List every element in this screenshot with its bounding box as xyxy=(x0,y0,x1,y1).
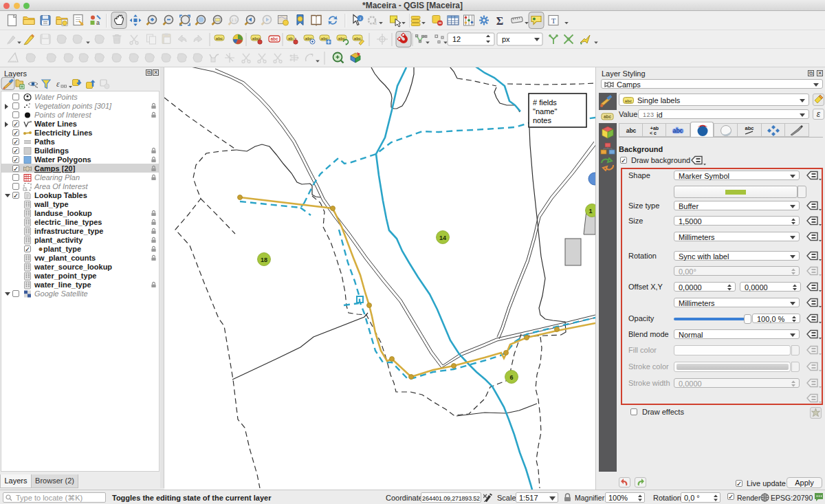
svg-text:notes: notes xyxy=(533,116,551,124)
svg-text:abc: abc xyxy=(270,36,278,41)
svg-text:a: a xyxy=(96,19,100,26)
svg-text:abc: abc xyxy=(354,36,362,41)
svg-text:1:1: 1:1 xyxy=(231,18,237,22)
svg-text:T: T xyxy=(551,17,556,25)
svg-text:i: i xyxy=(360,16,361,21)
svg-text:6: 6 xyxy=(509,374,513,381)
svg-text:1: 1 xyxy=(588,208,592,215)
svg-text:abc: abc xyxy=(673,127,683,134)
svg-text:px: px xyxy=(502,35,510,43)
svg-text:ab: ab xyxy=(288,36,293,41)
svg-text:# fields: # fields xyxy=(533,98,557,107)
svg-text:abc: abc xyxy=(745,125,754,131)
svg-text:abc: abc xyxy=(252,36,260,41)
svg-text:abc: abc xyxy=(625,99,632,103)
svg-text:+ab: +ab xyxy=(650,126,658,131)
svg-text:abc: abc xyxy=(216,36,223,41)
svg-text:14: 14 xyxy=(439,234,446,241)
svg-text:12: 12 xyxy=(452,35,461,43)
svg-text:a: a xyxy=(374,21,377,25)
svg-text:"name": "name" xyxy=(533,107,557,116)
svg-text:< c: < c xyxy=(650,131,657,135)
svg-text:abc: abc xyxy=(626,127,637,134)
svg-text:Σ: Σ xyxy=(496,15,503,27)
svg-text:abc: abc xyxy=(604,114,612,119)
svg-text:ε: ε xyxy=(56,79,60,89)
svg-text:18: 18 xyxy=(261,256,267,263)
